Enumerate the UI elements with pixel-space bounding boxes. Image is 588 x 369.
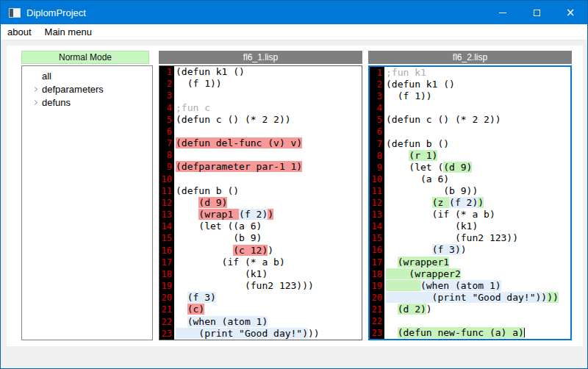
code-line[interactable]: 13 (if (* a b) <box>370 209 570 221</box>
code-line[interactable]: 2 (f 1)) <box>159 78 362 90</box>
code-line[interactable]: 8 (r 1) <box>370 150 570 162</box>
code-line[interactable]: 17 (if (* a b) <box>159 257 362 268</box>
code-line[interactable]: 10 <box>159 173 362 185</box>
code-line[interactable]: 23 (print "Good day!"))) <box>159 328 362 340</box>
code-text: (b 9)) <box>384 185 570 197</box>
line-number: 10 <box>159 173 174 185</box>
close-icon: × <box>566 1 576 24</box>
close-button[interactable]: × <box>553 1 587 24</box>
menu-item-main-menu[interactable]: Main menu <box>38 24 98 40</box>
code-line[interactable]: 21 (c) <box>159 304 362 315</box>
code-editor[interactable]: 1(defun k1 ()2 (f 1))34;fun c5(defun c (… <box>159 66 362 340</box>
file-tree[interactable]: alldefparametersdefuns <box>21 65 153 340</box>
tree-item-all[interactable]: all <box>22 69 152 82</box>
tree-item-defuns[interactable]: defuns <box>22 96 152 109</box>
code-text: (f 1)) <box>174 78 362 90</box>
code-text: (c 12)) <box>174 245 362 257</box>
line-number: 11 <box>370 185 384 197</box>
tree-item-defparameters[interactable]: defparameters <box>22 82 152 96</box>
line-number: 21 <box>370 304 384 315</box>
code-line[interactable]: 3 (f 1)) <box>370 90 570 102</box>
code-text: (f 1)) <box>384 90 570 102</box>
code-line[interactable]: 7(defun b () <box>370 138 570 150</box>
tree-item-label: defparameters <box>42 84 104 95</box>
code-line[interactable]: 22 <box>370 315 570 327</box>
code-line[interactable]: 15 (fun2 123)) <box>370 232 570 244</box>
code-line[interactable]: 15 (b 9) <box>159 232 362 244</box>
line-number: 14 <box>370 221 384 232</box>
code-text: (let ((a 6) <box>174 221 362 232</box>
code-line[interactable]: 18 (k1) <box>159 268 362 280</box>
code-text <box>174 173 362 185</box>
code-line[interactable]: 21 (d 2)) <box>370 304 570 315</box>
maximize-button[interactable] <box>520 1 553 24</box>
code-line[interactable]: 12 (d 9) <box>159 197 362 209</box>
chevron-right-icon[interactable] <box>29 87 42 91</box>
menu-bar: about Main menu <box>1 24 587 40</box>
code-line[interactable]: 20 (print "Good day!")))) <box>370 292 570 304</box>
code-line[interactable]: 14 (k1) <box>370 221 570 232</box>
code-line[interactable]: 19 (fun2 123))) <box>159 280 362 292</box>
code-line[interactable]: 6 <box>159 126 362 137</box>
code-line[interactable]: 4;fun c <box>159 102 362 114</box>
code-line[interactable]: 7(defun del-func (v) v) <box>159 137 362 149</box>
chevron-right-icon[interactable] <box>29 101 42 104</box>
code-line[interactable]: 3 <box>159 90 362 101</box>
line-number: 23 <box>159 328 174 340</box>
line-number: 22 <box>370 315 384 327</box>
code-text <box>174 126 362 137</box>
code-panel-result[interactable]: 1;fun k12(defun k1 ()3 (f 1))45(defun c … <box>368 65 572 340</box>
code-text: (k1) <box>384 221 570 232</box>
code-line[interactable]: 14 (let ((a 6) <box>159 221 362 232</box>
line-number: 15 <box>370 232 384 244</box>
minimize-button[interactable] <box>486 1 520 24</box>
minimize-icon <box>499 12 506 13</box>
tree-item-label: all <box>42 71 51 82</box>
code-line[interactable]: 17 (wrapper1 <box>370 257 570 268</box>
line-number: 5 <box>370 114 384 126</box>
code-line[interactable]: 2(defun k1 () <box>370 79 570 90</box>
line-number: 13 <box>159 209 174 221</box>
code-line[interactable]: 16 (c 12)) <box>159 245 362 257</box>
menu-item-about[interactable]: about <box>1 24 38 40</box>
code-line[interactable]: 18 (wrapper2 <box>370 268 570 280</box>
code-line[interactable]: 23 (defun new-func (a) a) <box>370 327 570 339</box>
code-text: (print "Good day!"))) <box>174 328 362 340</box>
code-line[interactable]: 10 (a 6) <box>370 173 570 185</box>
code-text: (c) <box>174 304 362 315</box>
code-text: (defun new-func (a) a) <box>384 327 570 339</box>
code-line[interactable]: 1;fun k1 <box>370 67 570 79</box>
code-text: (wrap1 (f 2)) <box>174 209 362 221</box>
app-window: DiplomProject × about Main menu Normal M… <box>0 0 588 369</box>
code-panel-source[interactable]: 1(defun k1 ()2 (f 1))34;fun c5(defun c (… <box>159 65 362 340</box>
code-line[interactable]: 5(defun c () (* 2 2)) <box>159 114 362 126</box>
line-number: 6 <box>159 126 174 137</box>
line-number: 7 <box>159 137 174 149</box>
code-text: (defun c () (* 2 2)) <box>174 114 362 126</box>
code-line[interactable]: 22 (when (atom 1) <box>159 316 362 328</box>
line-number: 16 <box>159 245 174 257</box>
code-line[interactable]: 13 (wrap1 (f 2)) <box>159 209 362 221</box>
code-line[interactable]: 11(defun b () <box>159 185 362 197</box>
code-line[interactable]: 8 <box>159 149 362 161</box>
code-line[interactable]: 19 (when (atom 1) <box>370 280 570 292</box>
maximize-icon <box>534 10 540 16</box>
line-number: 13 <box>370 209 384 221</box>
code-line[interactable]: 5(defun c () (* 2 2)) <box>370 114 570 126</box>
client-area: Normal Mode alldefparametersdefuns fl6_1… <box>7 46 583 346</box>
code-line[interactable]: 4 <box>370 102 570 114</box>
code-editor[interactable]: 1;fun k12(defun k1 ()3 (f 1))45(defun c … <box>370 67 570 339</box>
code-line[interactable]: 12 (z (f 2)) <box>370 197 570 209</box>
line-number: 20 <box>370 292 384 304</box>
line-number: 17 <box>370 257 384 268</box>
code-line[interactable]: 16 (f 3)) <box>370 244 570 256</box>
code-line[interactable]: 9 (let ((d 9) <box>370 162 570 173</box>
code-text <box>384 102 570 114</box>
code-line[interactable]: 9(defparameter par-1 1) <box>159 161 362 173</box>
code-line[interactable]: 1(defun k1 () <box>159 66 362 78</box>
code-line[interactable]: 6 <box>370 126 570 137</box>
code-line[interactable]: 11 (b 9)) <box>370 185 570 197</box>
code-line[interactable]: 20 (f 3) <box>159 292 362 304</box>
code-text: (defun b () <box>384 138 570 150</box>
code-text: (if (* a b) <box>174 257 362 268</box>
